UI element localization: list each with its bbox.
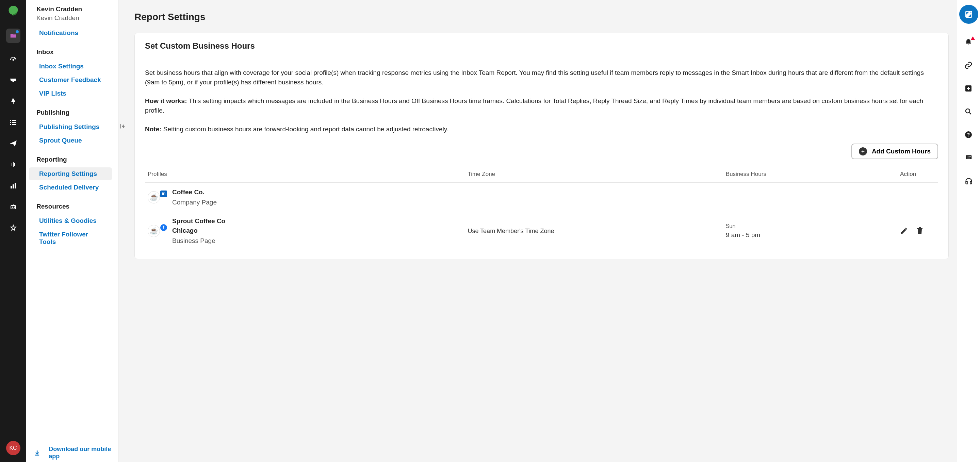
svg-text:?: ? xyxy=(967,132,970,137)
user-avatar[interactable]: KC xyxy=(6,441,21,455)
svg-rect-22 xyxy=(970,156,971,157)
content-area: Report Settings Set Custom Business Hour… xyxy=(118,0,957,462)
star-icon[interactable] xyxy=(8,223,18,233)
hours-day: Sun xyxy=(726,222,894,230)
business-hours-card: Set Custom Business Hours Set business h… xyxy=(134,33,949,259)
table-row: ☕ f Sprout Coffee Co Chicago Business Pa… xyxy=(145,212,938,250)
sidebar-group-inbox: Inbox xyxy=(26,40,115,59)
settings-sidebar: Kevin Cradden Kevin Cradden Notification… xyxy=(26,0,118,462)
card-title: Set Custom Business Hours xyxy=(135,33,948,59)
card-how-it-works: How it works: This setting impacts which… xyxy=(145,96,938,115)
svg-rect-1 xyxy=(10,120,11,121)
sidebar-link-twitter-tools[interactable]: Twitter Follower Tools xyxy=(29,228,112,248)
svg-rect-4 xyxy=(12,122,16,123)
svg-rect-23 xyxy=(967,158,970,159)
profile-subtitle: Business Page xyxy=(172,236,227,246)
bot-icon[interactable] xyxy=(8,202,18,212)
svg-rect-18 xyxy=(966,155,972,159)
nav-rail: KC xyxy=(0,0,26,462)
card-note: Note: Setting custom business hours are … xyxy=(145,124,938,134)
bell-icon[interactable] xyxy=(964,38,973,47)
cell-hours xyxy=(723,183,897,212)
alert-dot xyxy=(971,37,975,40)
note-text: Setting custom business hours are forwar… xyxy=(163,125,449,133)
send-icon[interactable] xyxy=(8,139,18,148)
sidebar-group-publishing: Publishing xyxy=(26,101,115,120)
sidebar-link-publishing-settings[interactable]: Publishing Settings xyxy=(29,121,112,133)
user-subtitle: Kevin Cradden xyxy=(37,14,111,22)
sidebar-link-notifications[interactable]: Notifications xyxy=(29,27,112,40)
svg-rect-7 xyxy=(11,186,12,189)
compose-button[interactable] xyxy=(959,5,978,24)
sidebar-link-customer-feedback[interactable]: Customer Feedback xyxy=(29,73,112,86)
sidebar-link-scheduled-delivery[interactable]: Scheduled Delivery xyxy=(29,181,112,194)
svg-rect-5 xyxy=(10,124,11,125)
sidebar-link-sprout-queue[interactable]: Sprout Queue xyxy=(29,134,112,147)
profile-avatar: ☕ f xyxy=(148,225,160,237)
download-app-label: Download our mobile app xyxy=(49,446,118,460)
how-text: This setting impacts which messages are … xyxy=(145,97,923,114)
support-icon[interactable] xyxy=(964,177,973,186)
delete-icon[interactable] xyxy=(916,227,924,235)
col-hours: Business Hours xyxy=(723,166,897,183)
page-title: Report Settings xyxy=(134,11,949,22)
dashboard-icon[interactable] xyxy=(8,54,18,64)
note-label: Note: xyxy=(145,125,162,133)
sidebar-group-resources: Resources xyxy=(26,195,115,214)
reports-icon[interactable] xyxy=(8,181,18,191)
sidebar-group-reporting: Reporting xyxy=(26,148,115,167)
list-icon[interactable] xyxy=(8,118,18,127)
add-custom-hours-button[interactable]: + Add Custom Hours xyxy=(851,144,938,159)
profile-name: Sprout Coffee Co Chicago xyxy=(172,216,227,235)
listening-icon[interactable] xyxy=(8,160,18,170)
link-icon[interactable] xyxy=(964,61,973,70)
col-action: Action xyxy=(897,166,938,183)
cell-timezone: Use Team Member's Time Zone xyxy=(465,212,723,250)
download-app-link[interactable]: Download our mobile app xyxy=(26,443,118,462)
svg-point-12 xyxy=(14,207,14,208)
svg-rect-9 xyxy=(14,183,16,189)
col-profiles: Profiles xyxy=(145,166,465,183)
help-icon[interactable]: ? xyxy=(964,131,973,140)
sidebar-link-reporting-settings[interactable]: Reporting Settings xyxy=(29,167,112,180)
user-name: Kevin Cradden xyxy=(37,5,111,13)
svg-rect-20 xyxy=(968,156,969,157)
business-hours-table: Profiles Time Zone Business Hours Action… xyxy=(145,166,938,250)
table-row: ☕ in Coffee Co. Company Page xyxy=(145,183,938,212)
how-label: How it works: xyxy=(145,97,187,105)
profile-avatar: ☕ in xyxy=(148,191,160,203)
linkedin-icon: in xyxy=(160,191,167,197)
svg-point-15 xyxy=(966,109,970,113)
sidebar-link-vip-lists[interactable]: VIP Lists xyxy=(29,87,112,100)
right-rail: ? xyxy=(957,0,980,462)
cell-hours: Sun 9 am - 5 pm xyxy=(723,212,897,250)
svg-rect-21 xyxy=(969,156,969,157)
svg-rect-3 xyxy=(10,122,11,123)
search-icon[interactable] xyxy=(964,108,973,116)
col-timezone: Time Zone xyxy=(465,166,723,183)
profile-name: Coffee Co. xyxy=(172,187,217,197)
plus-circle-icon: + xyxy=(859,147,867,156)
sidebar-link-utilities[interactable]: Utilities & Goodies xyxy=(29,214,112,227)
cell-timezone xyxy=(465,183,723,212)
hours-time: 9 am - 5 pm xyxy=(726,230,894,240)
svg-rect-8 xyxy=(13,184,14,189)
profile-subtitle: Company Page xyxy=(172,198,217,207)
notification-dot xyxy=(16,30,19,33)
pin-icon[interactable] xyxy=(8,97,18,106)
inbox-icon[interactable] xyxy=(8,76,18,85)
add-box-icon[interactable] xyxy=(964,84,973,93)
sidebar-link-inbox-settings[interactable]: Inbox Settings xyxy=(29,60,112,73)
svg-rect-6 xyxy=(12,124,16,125)
card-description: Set business hours that align with cover… xyxy=(145,68,938,87)
keyboard-icon[interactable] xyxy=(964,154,973,163)
svg-rect-2 xyxy=(12,120,16,121)
facebook-icon: f xyxy=(160,224,167,231)
edit-icon[interactable] xyxy=(900,227,909,235)
svg-rect-19 xyxy=(967,156,967,157)
add-button-label: Add Custom Hours xyxy=(872,148,931,155)
app-logo[interactable] xyxy=(7,5,19,17)
sidebar-user: Kevin Cradden Kevin Cradden xyxy=(26,0,118,26)
svg-point-11 xyxy=(12,207,13,208)
nav-folder[interactable] xyxy=(6,29,21,43)
